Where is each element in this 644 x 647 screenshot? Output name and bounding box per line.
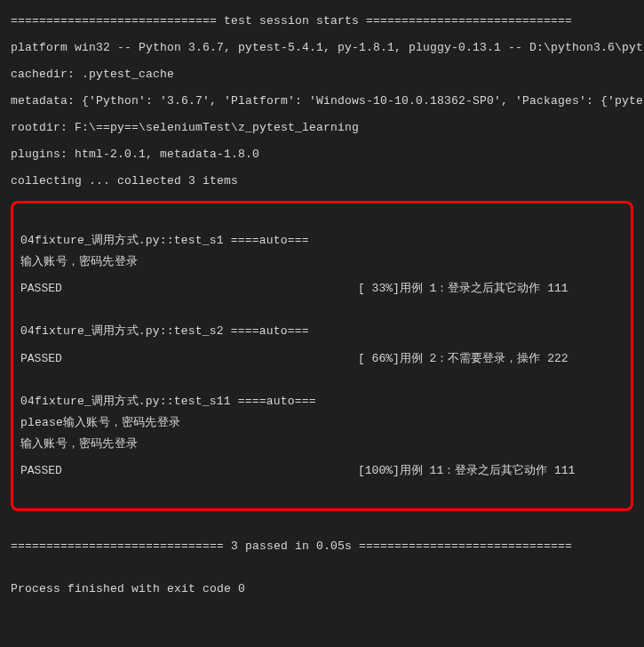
- test-output-highlight: 04fixture_调用方式.py::test_s1 ====auto=== 输…: [11, 201, 633, 510]
- test1-percent: [ 33%]用例 1：登录之后其它动作 111: [358, 278, 568, 300]
- exit-code-line: Process finished with exit code 0: [11, 579, 633, 600]
- test3-percent: [100%]用例 11：登录之后其它动作 111: [358, 460, 575, 482]
- test2-result-row: PASSED [ 66%]用例 2：不需要登录，操作 222: [20, 348, 624, 370]
- cachedir-line: cachedir: .pytest_cache: [11, 64, 633, 85]
- session-banner: ============================= test sessi…: [11, 11, 633, 32]
- plugins-line: plugins: html-2.0.1, metadata-1.8.0: [11, 144, 633, 165]
- test2-name: 04fixture_调用方式.py::test_s2 ====auto===: [20, 321, 624, 342]
- test1-output1: 输入账号，密码先登录: [20, 252, 624, 273]
- test3-result-row: PASSED [100%]用例 11：登录之后其它动作 111: [20, 460, 624, 482]
- test1-result-row: PASSED [ 33%]用例 1：登录之后其它动作 111: [20, 278, 624, 300]
- test2-percent: [ 66%]用例 2：不需要登录，操作 222: [358, 348, 568, 370]
- test3-name: 04fixture_调用方式.py::test_s11 ====auto===: [20, 391, 624, 412]
- metadata-line: metadata: {'Python': '3.6.7', 'Platform'…: [11, 91, 633, 112]
- test1-name: 04fixture_调用方式.py::test_s1 ====auto===: [20, 230, 624, 252]
- test3-passed: PASSED: [20, 460, 358, 482]
- test3-output2: 输入账号，密码先登录: [20, 434, 624, 455]
- test2-passed: PASSED: [20, 348, 358, 370]
- test3-output1: please输入账号，密码先登录: [20, 412, 624, 434]
- rootdir-line: rootdir: F:\==py==\seleniumTest\z_pytest…: [11, 117, 633, 139]
- collecting-line: collecting ... collected 3 items: [11, 171, 633, 192]
- test1-passed: PASSED: [20, 278, 358, 300]
- summary-line: ============================== 3 passed …: [11, 536, 633, 557]
- platform-line: platform win32 -- Python 3.6.7, pytest-5…: [11, 37, 633, 59]
